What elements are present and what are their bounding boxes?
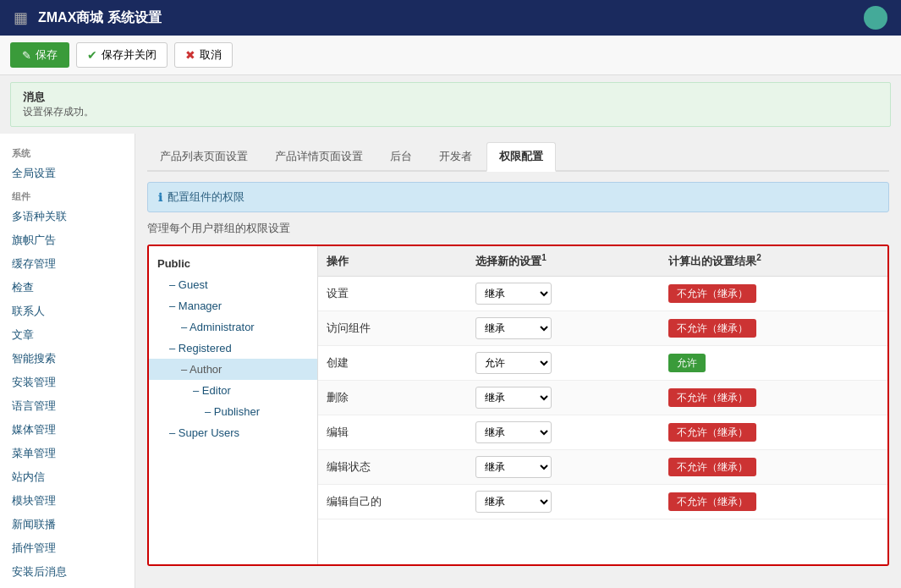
save-button[interactable]: ✎ 保存 — [10, 42, 69, 68]
permission-table-area: 操作 选择新的设置1 计算出的设置结果2 设置继承允许拒绝不允许（继承）访问组件… — [318, 246, 887, 564]
col-result-header: 计算出的设置结果2 — [660, 246, 887, 277]
content-area: 产品列表页面设置 产品详情页面设置 后台 开发者 权限配置 ℹ 配置组件的权限 … — [135, 134, 901, 588]
subtitle: 管理每个用户群组的权限设置 — [147, 221, 889, 236]
result-cell: 不允许（继承） — [660, 450, 887, 485]
action-cell: 设置 — [318, 277, 467, 311]
sidebar-item-news[interactable]: 新闻联播 — [0, 513, 135, 536]
select-cell[interactable]: 继承允许拒绝 — [467, 311, 660, 346]
app-title: ZMAX商城 系统设置 — [38, 9, 162, 27]
check-icon: ✔ — [87, 48, 97, 62]
tree-item-public[interactable]: Public — [149, 253, 317, 274]
inherit-select[interactable]: 继承允许拒绝 — [475, 491, 552, 513]
inherit-select[interactable]: 继承允许拒绝 — [475, 283, 552, 305]
avatar — [864, 6, 887, 30]
result-badge: 不允许（继承） — [668, 458, 756, 476]
sidebar-item-check[interactable]: 检查 — [0, 276, 135, 299]
tree-item-publisher[interactable]: – Publisher — [149, 401, 317, 422]
action-cell: 删除 — [318, 381, 467, 415]
info-bar: ℹ 配置组件的权限 — [147, 182, 889, 212]
sidebar-item-global[interactable]: 全局设置 — [0, 162, 135, 185]
select-cell[interactable]: 继承允许拒绝 — [467, 277, 660, 311]
message-title: 消息 — [23, 90, 878, 105]
tab-permissions[interactable]: 权限配置 — [486, 142, 556, 172]
action-cell: 编辑状态 — [318, 450, 467, 485]
header: ▦ ZMAX商城 系统设置 — [0, 0, 901, 36]
result-badge: 不允许（继承） — [668, 284, 756, 303]
tab-developer[interactable]: 开发者 — [426, 142, 485, 170]
sidebar-item-contact[interactable]: 联系人 — [0, 299, 135, 323]
result-badge: 不允许（继承） — [668, 319, 756, 338]
x-icon: ✖ — [185, 48, 195, 62]
sidebar-item-message[interactable]: 站内信 — [0, 465, 135, 489]
tree-item-manager[interactable]: – Manager — [149, 295, 317, 316]
tree-item-registered[interactable]: – Registered — [149, 338, 317, 359]
col-action-header: 操作 — [318, 246, 467, 277]
sidebar-item-install[interactable]: 安装管理 — [0, 371, 135, 394]
action-cell: 访问组件 — [318, 311, 467, 346]
result-badge: 不允许（继承） — [668, 492, 756, 511]
inherit-select[interactable]: 继承允许拒绝 — [475, 352, 552, 374]
select-cell[interactable]: 继承允许拒绝 — [467, 485, 660, 519]
inherit-select[interactable]: 继承允许拒绝 — [475, 456, 552, 478]
action-cell: 创建 — [318, 346, 467, 381]
sidebar-item-menu[interactable]: 菜单管理 — [0, 442, 135, 465]
result-cell: 不允许（继承） — [660, 381, 887, 415]
select-cell[interactable]: 继承允许拒绝 — [467, 381, 660, 415]
sidebar-section-system: 系统 — [0, 142, 135, 162]
result-badge: 允许 — [668, 354, 706, 372]
sidebar: 系统 全局设置 组件 多语种关联 旗帜广告 缓存管理 检查 联系人 文章 智能搜… — [0, 134, 135, 588]
sidebar-item-plugin[interactable]: 插件管理 — [0, 536, 135, 560]
info-icon: ℹ — [158, 191, 162, 204]
tree-item-editor[interactable]: – Editor — [149, 380, 317, 401]
permission-tree: Public – Guest – Manager – Administrator… — [149, 246, 318, 564]
result-cell: 不允许（继承） — [660, 311, 887, 346]
permission-container: Public – Guest – Manager – Administrator… — [147, 245, 889, 566]
sidebar-item-banner[interactable]: 旗帜广告 — [0, 228, 135, 252]
result-badge: 不允许（继承） — [668, 423, 756, 442]
sidebar-item-module[interactable]: 模块管理 — [0, 489, 135, 513]
inherit-select[interactable]: 继承允许拒绝 — [475, 421, 552, 443]
result-badge: 不允许（继承） — [668, 388, 756, 407]
cancel-button[interactable]: ✖ 取消 — [174, 42, 233, 68]
tab-backend[interactable]: 后台 — [377, 142, 425, 170]
result-cell: 允许 — [660, 346, 887, 381]
tab-bar: 产品列表页面设置 产品详情页面设置 后台 开发者 权限配置 — [147, 134, 889, 172]
inherit-select[interactable]: 继承允许拒绝 — [475, 387, 552, 409]
sidebar-item-multilang[interactable]: 多语种关联 — [0, 205, 135, 228]
select-cell[interactable]: 继承允许拒绝 — [467, 346, 660, 381]
action-cell: 编辑自己的 — [318, 485, 467, 519]
result-cell: 不允许（继承） — [660, 277, 887, 311]
select-cell[interactable]: 继承允许拒绝 — [467, 450, 660, 485]
message-text: 设置保存成功。 — [23, 105, 878, 119]
info-bar-text: 配置组件的权限 — [168, 190, 244, 205]
tree-item-superusers[interactable]: – Super Users — [149, 422, 317, 443]
select-cell[interactable]: 继承允许拒绝 — [467, 415, 660, 450]
sidebar-item-search[interactable]: 智能搜索 — [0, 347, 135, 371]
message-bar: 消息 设置保存成功。 — [10, 82, 891, 127]
result-cell: 不允许（继承） — [660, 485, 887, 519]
save-icon: ✎ — [22, 49, 31, 62]
main-layout: 系统 全局设置 组件 多语种关联 旗帜广告 缓存管理 检查 联系人 文章 智能搜… — [0, 134, 901, 588]
app-icon: ▦ — [14, 8, 28, 27]
tab-product-list[interactable]: 产品列表页面设置 — [147, 142, 261, 170]
toolbar: ✎ 保存 ✔ 保存并关闭 ✖ 取消 — [0, 36, 901, 75]
sidebar-item-article[interactable]: 文章 — [0, 323, 135, 347]
tree-item-guest[interactable]: – Guest — [149, 274, 317, 295]
inherit-select[interactable]: 继承允许拒绝 — [475, 317, 552, 339]
permission-table: 操作 选择新的设置1 计算出的设置结果2 设置继承允许拒绝不允许（继承）访问组件… — [318, 246, 887, 519]
sidebar-item-post-install[interactable]: 安装后消息 — [0, 560, 135, 584]
sidebar-item-media[interactable]: 媒体管理 — [0, 418, 135, 442]
col-select-header: 选择新的设置1 — [467, 246, 660, 277]
save-close-button[interactable]: ✔ 保存并关闭 — [76, 42, 168, 68]
tree-item-administrator[interactable]: – Administrator — [149, 316, 317, 338]
sidebar-section-component: 组件 — [0, 185, 135, 205]
result-cell: 不允许（继承） — [660, 415, 887, 450]
tree-item-author[interactable]: – Author — [149, 359, 317, 380]
sidebar-item-cache[interactable]: 缓存管理 — [0, 252, 135, 276]
tab-product-detail[interactable]: 产品详情页面设置 — [262, 142, 376, 170]
sidebar-item-lang[interactable]: 语言管理 — [0, 394, 135, 418]
sidebar-item-redirect[interactable]: 网址重定向 — [0, 584, 135, 588]
action-cell: 编辑 — [318, 415, 467, 450]
